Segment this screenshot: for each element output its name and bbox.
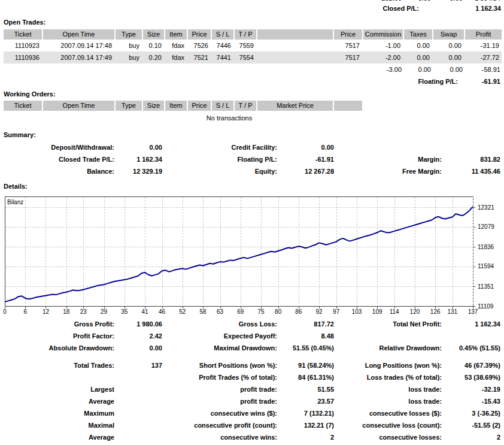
stat-label: Long Positions (won %): (335, 359, 443, 371)
stat-label (335, 330, 443, 342)
table-cell: 0.00 (435, 0, 465, 2)
stat-value: 817.72 (278, 318, 335, 330)
column-header: Ticket (4, 101, 42, 111)
stat-label: Gross Loss: (163, 318, 278, 330)
table-cell: 7446 (212, 40, 233, 52)
stat-label: consecutive loss (count): (335, 419, 443, 431)
x-axis-label: 92 (316, 308, 323, 315)
y-axis-label: 11351 (478, 283, 494, 290)
stat-value: 8.48 (278, 330, 335, 342)
table-cell: 2007.09.14 17:48 (43, 40, 114, 52)
column-header: Price (188, 101, 211, 111)
stat-label: Total Net Profit: (335, 318, 443, 330)
stat-value: 23.57 (278, 395, 335, 407)
stat-label: Largest (0, 383, 116, 395)
trade-statement-report: { "top": { "partial_totals": {"commissio… (0, 0, 504, 445)
table-cell: 7517 (334, 52, 362, 63)
stat-value: 2 (443, 431, 502, 443)
table-cell: -58.91 (466, 65, 503, 74)
summary-row: Deposit/Withdrawal:0.00Credit Facility:0… (0, 141, 502, 153)
open-trades-totals-row: -3.000.000.00-58.91 (4, 65, 502, 74)
stat-value: 11 435.46 (443, 165, 502, 177)
stat-value: 12 267.28 (278, 165, 335, 177)
table-row: 11109232007.09.14 17:48buy0.10fdax752674… (4, 40, 502, 52)
stats-row: Total Trades:137Short Positions (won %):… (0, 359, 502, 371)
table-cell: 0.00 (404, 40, 432, 52)
table-cell: 7521 (188, 52, 211, 63)
column-header: Commission (363, 29, 403, 40)
stats-block-trades: Total Trades:137Short Positions (won %):… (0, 359, 502, 443)
y-axis-label: 12321 (478, 204, 494, 211)
column-header: Type (116, 101, 142, 111)
stat-label: Floating P/L: (163, 153, 278, 165)
y-axis-label: 11109 (478, 303, 494, 310)
stat-label: Expected Payoff: (163, 330, 278, 342)
stat-label: Maximum (0, 407, 116, 419)
closed-pl-label: Closed P/L: (382, 4, 419, 13)
x-axis-label: 75 (258, 308, 265, 315)
details-heading: Details: (4, 183, 28, 190)
column-header: Price (188, 29, 211, 40)
stats-row: Largestprofit trade:51.55loss trade:-32.… (0, 383, 502, 395)
x-axis-label: 6 (23, 308, 27, 315)
stat-value (116, 419, 163, 431)
column-header: Ticket (4, 29, 42, 40)
stat-label: Balance: (0, 165, 116, 177)
stat-value (116, 395, 163, 407)
stat-label: consecutive losses ($): (335, 407, 443, 419)
stat-label: Credit Facility: (163, 141, 278, 153)
stat-value: 51.55 (278, 383, 335, 395)
table-cell: 0.00 (433, 52, 464, 63)
stat-label: Profit Factor: (0, 330, 116, 342)
open-trades-header-row: TicketOpen TimeTypeSizeItemPriceS / LT /… (4, 29, 502, 40)
stats-row: Profit Trades (% of total):84 (61.31%)Lo… (0, 371, 502, 383)
summary-row: Balance:12 329.19Equity:12 267.28Free Ma… (0, 165, 502, 177)
summary-row: Closed Trade P/L:1 162.34Floating P/L:-6… (0, 153, 502, 165)
floating-pl-value: -61.91 (482, 76, 500, 87)
table-cell: 0.00 (404, 52, 432, 63)
x-axis-label: 12 (42, 308, 50, 315)
column-header: S / L (212, 29, 233, 40)
table-cell: 0.00 (405, 65, 433, 74)
table-cell: -1.00 (363, 40, 403, 52)
x-axis-label: 58 (200, 308, 207, 315)
spacer-cell (4, 0, 363, 2)
stat-value: 0.45% (51.55) (443, 342, 502, 354)
no-transactions-text: No transactions (4, 114, 455, 122)
column-header: Open Time (43, 29, 114, 40)
x-axis-label: 103 (352, 308, 362, 315)
stat-value (116, 371, 163, 383)
table-cell: 2007.09.14 17:49 (43, 52, 114, 63)
table-cell: 0.10 (143, 40, 164, 52)
table-cell: 0.00 (405, 0, 433, 2)
stat-label: Total Trades: (0, 359, 116, 371)
column-header: T / P (235, 101, 256, 111)
table-cell (257, 52, 333, 63)
stat-value: 51.55 (0.45%) (278, 342, 335, 354)
column-header: Item (165, 29, 187, 40)
open-trades-totals-row-cells: -3.000.000.00-58.91 (4, 65, 502, 74)
stat-value: 46 (67.39%) (443, 359, 502, 371)
x-axis-label: 137 (468, 308, 478, 315)
closed-trades-partial-totals-row: -232.000.000.001 394.34 (4, 0, 502, 2)
stat-label: Average (0, 431, 116, 443)
stat-value: 2 (278, 431, 335, 443)
y-axis-label: 12079 (478, 223, 494, 230)
stat-value: 0.00 (116, 342, 163, 354)
stats-block-results: Gross Profit:1 980.06Gross Loss:817.72To… (0, 318, 502, 354)
closed-pl-line: Closed P/L: 1 162.34 (0, 4, 504, 13)
floating-pl-line: Floating P/L: -61.91 (0, 76, 504, 87)
table-cell: 1110936 (4, 52, 42, 63)
closed-pl-value: 1 162.34 (475, 4, 501, 13)
balance-chart: 0612182329354146525863697580869297103109… (0, 193, 504, 316)
stat-label: Profit Trades (% of total): (163, 371, 278, 383)
table-cell: fdax (165, 40, 187, 52)
stat-value: -32.19 (443, 383, 502, 395)
chart-title: Bilanz (7, 199, 23, 205)
stat-label: Relative Drawdown: (335, 342, 443, 354)
stat-value: 0.00 (278, 141, 335, 153)
x-axis-label: 80 (275, 308, 282, 315)
column-header: Price (334, 29, 362, 40)
stat-value: 7 (132.21) (278, 407, 335, 419)
table-cell: buy (116, 40, 142, 52)
